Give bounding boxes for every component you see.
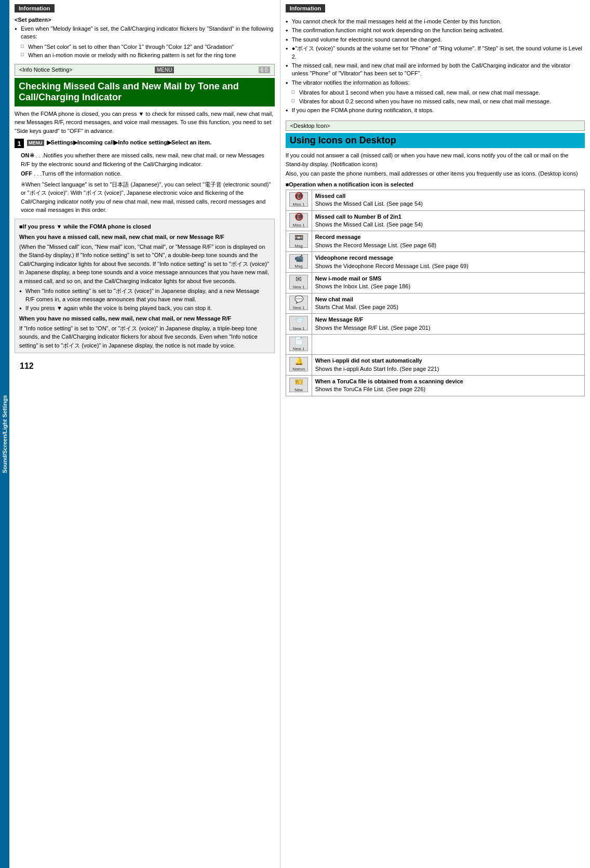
desktop-body: If you could not answer a call (missed c…: [286, 151, 585, 178]
left-info-badge: Information: [15, 4, 275, 15]
step-content: MENU ▶Settings▶Incoming call▶Info notice…: [27, 138, 211, 147]
table-row: 💬 New 1 New chat mail Starts Chat Mail. …: [286, 293, 584, 314]
icon-cell: ✉ New 1: [286, 272, 312, 293]
step-number: 1: [15, 139, 24, 148]
icon-desc-cell: [312, 335, 584, 355]
icon-desc: Shows the Record Message List. (See page…: [315, 242, 581, 249]
msgrf2-icon: 📄 New 1: [289, 337, 308, 351]
icon-desc-cell: When i-αppli did not start automatically…: [312, 355, 584, 376]
right-info-badge: Information: [286, 4, 585, 15]
desktop-header-label: <Desktop Icon>: [290, 123, 330, 129]
icon-title: Missed call: [315, 192, 581, 200]
icon-cell: 📼 Msg: [286, 231, 312, 252]
icon-desc: Shows the Inbox List. (See page 186): [315, 283, 581, 290]
icon-desc: Shows the Videophone Record Message List…: [315, 262, 581, 270]
table-row: 📹 Msg Videophone record message Shows th…: [286, 252, 584, 273]
page-number: 112: [15, 359, 39, 373]
desktop-body-line2: Also, you can paste the phone numbers, m…: [286, 169, 585, 178]
table-row: 📵 Miss 1 Missed call to Number B of 2in1…: [286, 210, 584, 231]
sub-bullet-item: When "Set color" is set to other than "C…: [21, 43, 275, 51]
desktop-title: Using Icons on Desktop: [290, 135, 581, 146]
icon-desc: Shows the Missed Call List. (See page 54…: [315, 200, 581, 208]
icon-desc-cell: New chat mail Starts Chat Mail. (See pag…: [312, 293, 584, 314]
icon-desc: Shows the Message R/F List. (See page 20…: [315, 324, 581, 332]
on-text: . . .Notifies you whether there are miss…: [21, 152, 264, 167]
imode-icon: ✉ New 1: [289, 275, 308, 289]
toruca-icon: 🎫 New: [289, 378, 308, 392]
table-row: 📵 Miss 1 Missed call Shows the Missed Ca…: [286, 190, 584, 210]
gray-box-missed: When you have a missed call, new mail, n…: [19, 233, 270, 242]
icon-cell: 📹 Msg: [286, 252, 312, 273]
last-bullet-list: If you open the FOMA phone during notifi…: [286, 106, 585, 114]
icon-title: Record message: [315, 233, 581, 241]
icon-cell: 🎫 New: [286, 376, 312, 396]
icon-desc: Shows the Missed Call List. (See page 54…: [315, 221, 581, 229]
gray-box-missed-text: (When the "Missed call" icon, "New mail"…: [19, 243, 270, 286]
notice-header: <Info Notice Setting> MENU 6 5: [15, 64, 275, 76]
step-1: 1 MENU ▶Settings▶Incoming call▶Info noti…: [15, 138, 275, 148]
gray-bullet-2: If you press ▼ again while the voice is …: [19, 304, 270, 312]
right-bullet-1: You cannot check for the mail messages h…: [286, 18, 585, 25]
icon-cell: 💬 New 1: [286, 293, 312, 314]
gray-bullet-1: When "Info notice setting" is set to "ボイ…: [19, 287, 270, 303]
desktop-header: <Desktop Icon>: [286, 121, 585, 131]
gray-box-title: ■If you press ▼ while the FOMA phone is …: [19, 222, 270, 231]
gray-box-no-missed: When you have no missed calls, new mail,…: [19, 314, 270, 323]
off-text: . . .Turns off the information notice.: [34, 170, 122, 177]
set-pattern-title: <Set pattern>: [15, 17, 275, 23]
table-row: ✉ New 1 New i-mode mail or SMS Shows the…: [286, 272, 584, 293]
right-bullet-2: The confirmation function might not work…: [286, 26, 585, 34]
notice-header-label: <Info Notice Setting>: [19, 66, 73, 73]
right-bullet-6: The vibrator notifies the information as…: [286, 79, 585, 87]
desktop-body-line1: If you could not answer a call (missed c…: [286, 151, 585, 168]
icon-desc-cell: New Message R/F Shows the Message R/F Li…: [312, 314, 584, 335]
notice-title-block: Checking Missed Calls and New Mail by To…: [15, 78, 275, 106]
set-pattern-sub: When "Set color" is set to other than "C…: [21, 43, 275, 60]
sub-bullet-item: When an i-motion movie or melody with no…: [21, 51, 275, 59]
desktop-title-block: Using Icons on Desktop: [286, 133, 585, 148]
missed-call2-icon: 📵 Miss 1: [289, 213, 308, 228]
icon-desc-cell: Missed call to Number B of 2in1 Shows th…: [312, 210, 584, 231]
on-off-block: ON※ . . .Notifies you whether there are …: [21, 151, 275, 178]
bullet-item: Even when "Melody linkage" is set, the C…: [15, 25, 275, 41]
ippli-icon: 🔔 Notrun: [289, 357, 308, 371]
left-column: Information <Set pattern> Even when "Mel…: [9, 0, 280, 868]
right-column: Information You cannot check for the mai…: [280, 0, 590, 868]
icon-desc: Starts Chat Mail. (See page 205): [315, 303, 581, 311]
record-icon: 📼 Msg: [289, 233, 308, 248]
vibrator-sub-1: Vibrates for about 1 second when you hav…: [292, 89, 585, 97]
icon-cell: 🔔 Notrun: [286, 355, 312, 376]
set-pattern-section: <Set pattern> Even when "Melody linkage"…: [15, 17, 275, 60]
icon-title: Videophone record message: [315, 254, 581, 262]
icon-desc-cell: Record message Shows the Record Message …: [312, 231, 584, 252]
right-bullet-5: The missed call, new mail, and new chat …: [286, 62, 585, 78]
icon-cell: 📵 Miss 1: [286, 210, 312, 231]
icon-desc-cell: When a ToruCa file is obtained from a sc…: [312, 376, 584, 396]
icon-desc-cell: New i-mode mail or SMS Shows the Inbox L…: [312, 272, 584, 293]
table-row: 📄 New 1: [286, 335, 584, 355]
right-bullet-4: ●"ボイス (voice)" sounds at the volume set …: [286, 45, 585, 61]
icon-desc: Shows the i-αppli Auto Start Info. (See …: [315, 365, 581, 373]
table-row: 🎫 New When a ToruCa file is obtained fro…: [286, 376, 584, 396]
icon-desc-cell: Videophone record message Shows the Vide…: [312, 252, 584, 273]
table-row: 🔔 Notrun When i-αppli did not start auto…: [286, 355, 584, 376]
page-bottom: 112: [15, 357, 275, 375]
last-bullet: If you open the FOMA phone during notifi…: [286, 106, 585, 114]
icon-desc: Shows the ToruCa File List. (See page 22…: [315, 385, 581, 393]
icon-cell: 📵 Miss 1: [286, 190, 312, 210]
missed-call-icon: 📵 Miss 1: [289, 192, 308, 207]
video-icon: 📹 Msg: [289, 254, 308, 269]
icon-cell: 📄 New 1: [286, 335, 312, 355]
gray-box-no-missed-text: If "Info notice setting" is set to "ON",…: [19, 324, 270, 350]
table-row: 📼 Msg Record message Shows the Record Me…: [286, 231, 584, 252]
on-item: ON※ . . .Notifies you whether there are …: [21, 151, 275, 168]
gray-box: ■If you press ▼ while the FOMA phone is …: [15, 219, 275, 354]
note-block: ※When "Select language" is set to "日本語 (…: [21, 180, 275, 215]
gray-box-bullets: When "Info notice setting" is set to "ボイ…: [19, 287, 270, 312]
icon-title: When a ToruCa file is obtained from a sc…: [315, 378, 581, 385]
menu-icon: MENU: [27, 140, 44, 146]
note-text: ※When "Select language" is set to "日本語 (…: [21, 181, 271, 213]
vibrator-sub: Vibrates for about 1 second when you hav…: [292, 89, 585, 105]
operation-title: ■Operation when a notification icon is s…: [286, 181, 585, 188]
menu-code: MENU: [155, 66, 174, 73]
